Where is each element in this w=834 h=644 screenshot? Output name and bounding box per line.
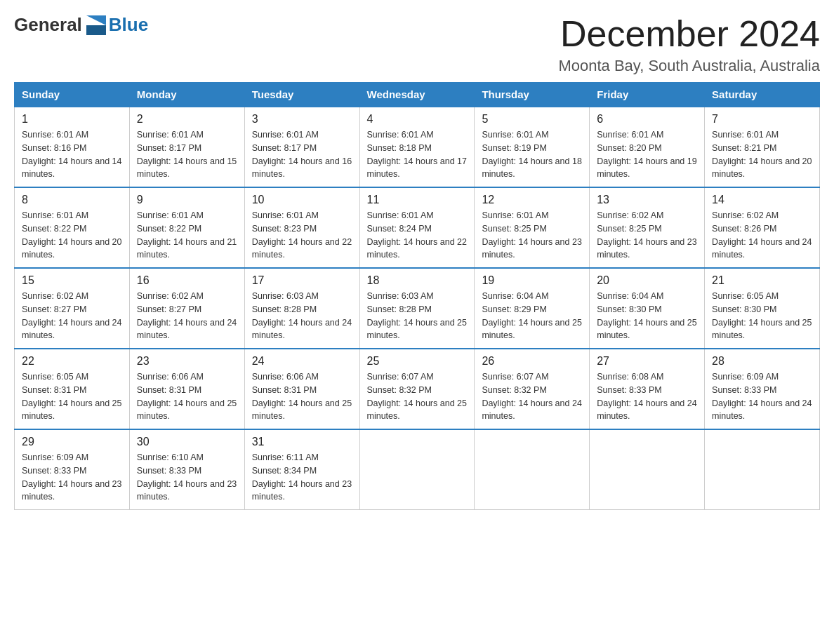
day-info: Sunrise: 6:01 AMSunset: 8:18 PMDaylight:… [367, 128, 468, 181]
day-number: 12 [482, 194, 582, 206]
calendar-cell [359, 429, 475, 510]
page-header: General Blue December 2024 Moonta Bay, S… [14, 14, 820, 75]
week-row-1: 1 Sunrise: 6:01 AMSunset: 8:16 PMDayligh… [15, 107, 820, 187]
title-block: December 2024 Moonta Bay, South Australi… [558, 14, 820, 75]
day-info: Sunrise: 6:01 AMSunset: 8:17 PMDaylight:… [252, 128, 352, 181]
month-title: December 2024 [558, 14, 820, 54]
day-info: Sunrise: 6:01 AMSunset: 8:17 PMDaylight:… [137, 128, 237, 181]
day-info: Sunrise: 6:02 AMSunset: 8:27 PMDaylight:… [137, 290, 237, 342]
logo-blue: Blue [109, 14, 148, 36]
day-info: Sunrise: 6:01 AMSunset: 8:23 PMDaylight:… [252, 209, 352, 262]
location-title: Moonta Bay, South Australia, Australia [558, 57, 820, 75]
day-info: Sunrise: 6:03 AMSunset: 8:28 PMDaylight:… [367, 290, 468, 342]
calendar-cell: 7 Sunrise: 6:01 AMSunset: 8:21 PMDayligh… [705, 107, 820, 187]
day-number: 2 [137, 113, 237, 126]
day-number: 6 [597, 113, 697, 126]
calendar-cell: 23 Sunrise: 6:06 AMSunset: 8:31 PMDaylig… [129, 349, 244, 429]
day-number: 5 [482, 113, 582, 126]
day-number: 1 [22, 113, 122, 126]
day-number: 24 [252, 355, 352, 368]
day-number: 20 [597, 274, 697, 287]
header-monday: Monday [129, 83, 244, 107]
day-number: 31 [252, 436, 352, 448]
header-row: SundayMondayTuesdayWednesdayThursdayFrid… [15, 83, 820, 107]
day-number: 30 [137, 436, 237, 448]
day-number: 3 [252, 113, 352, 126]
day-info: Sunrise: 6:09 AMSunset: 8:33 PMDaylight:… [22, 451, 122, 504]
day-info: Sunrise: 6:03 AMSunset: 8:28 PMDaylight:… [252, 290, 352, 342]
calendar-cell: 5 Sunrise: 6:01 AMSunset: 8:19 PMDayligh… [475, 107, 590, 187]
calendar-cell: 15 Sunrise: 6:02 AMSunset: 8:27 PMDaylig… [15, 268, 130, 349]
day-number: 8 [22, 194, 122, 206]
day-number: 16 [137, 274, 237, 287]
day-info: Sunrise: 6:02 AMSunset: 8:25 PMDaylight:… [597, 209, 697, 262]
day-info: Sunrise: 6:01 AMSunset: 8:22 PMDaylight:… [22, 209, 122, 262]
calendar-cell [705, 429, 820, 510]
logo-general: General [14, 14, 82, 36]
day-number: 14 [712, 194, 812, 206]
day-number: 18 [367, 274, 468, 287]
day-number: 15 [22, 274, 122, 287]
calendar-cell: 25 Sunrise: 6:07 AMSunset: 8:32 PMDaylig… [359, 349, 475, 429]
calendar-cell: 13 Sunrise: 6:02 AMSunset: 8:25 PMDaylig… [590, 187, 705, 268]
calendar-cell: 26 Sunrise: 6:07 AMSunset: 8:32 PMDaylig… [475, 349, 590, 429]
day-info: Sunrise: 6:01 AMSunset: 8:16 PMDaylight:… [22, 128, 122, 181]
calendar-cell: 22 Sunrise: 6:05 AMSunset: 8:31 PMDaylig… [15, 349, 130, 429]
day-info: Sunrise: 6:07 AMSunset: 8:32 PMDaylight:… [367, 370, 468, 423]
calendar-cell: 18 Sunrise: 6:03 AMSunset: 8:28 PMDaylig… [359, 268, 475, 349]
logo: General Blue [14, 14, 148, 36]
week-row-3: 15 Sunrise: 6:02 AMSunset: 8:27 PMDaylig… [15, 268, 820, 349]
week-row-2: 8 Sunrise: 6:01 AMSunset: 8:22 PMDayligh… [15, 187, 820, 268]
day-number: 22 [22, 355, 122, 368]
day-info: Sunrise: 6:07 AMSunset: 8:32 PMDaylight:… [482, 370, 582, 423]
calendar-cell: 11 Sunrise: 6:01 AMSunset: 8:24 PMDaylig… [359, 187, 475, 268]
day-number: 25 [367, 355, 468, 368]
day-info: Sunrise: 6:06 AMSunset: 8:31 PMDaylight:… [137, 370, 237, 423]
day-info: Sunrise: 6:01 AMSunset: 8:24 PMDaylight:… [367, 209, 468, 262]
week-row-4: 22 Sunrise: 6:05 AMSunset: 8:31 PMDaylig… [15, 349, 820, 429]
day-number: 4 [367, 113, 468, 126]
day-info: Sunrise: 6:06 AMSunset: 8:31 PMDaylight:… [252, 370, 352, 423]
calendar-cell: 14 Sunrise: 6:02 AMSunset: 8:26 PMDaylig… [705, 187, 820, 268]
day-info: Sunrise: 6:05 AMSunset: 8:30 PMDaylight:… [712, 290, 812, 342]
calendar-cell: 8 Sunrise: 6:01 AMSunset: 8:22 PMDayligh… [15, 187, 130, 268]
day-info: Sunrise: 6:11 AMSunset: 8:34 PMDaylight:… [252, 451, 352, 504]
week-row-5: 29 Sunrise: 6:09 AMSunset: 8:33 PMDaylig… [15, 429, 820, 510]
day-info: Sunrise: 6:02 AMSunset: 8:27 PMDaylight:… [22, 290, 122, 342]
day-info: Sunrise: 6:01 AMSunset: 8:20 PMDaylight:… [597, 128, 697, 181]
day-number: 19 [482, 274, 582, 287]
calendar-cell: 29 Sunrise: 6:09 AMSunset: 8:33 PMDaylig… [15, 429, 130, 510]
day-number: 28 [712, 355, 812, 368]
calendar-table: SundayMondayTuesdayWednesdayThursdayFrid… [14, 82, 820, 510]
day-number: 26 [482, 355, 582, 368]
day-info: Sunrise: 6:04 AMSunset: 8:30 PMDaylight:… [597, 290, 697, 342]
day-number: 27 [597, 355, 697, 368]
calendar-cell: 2 Sunrise: 6:01 AMSunset: 8:17 PMDayligh… [129, 107, 244, 187]
day-info: Sunrise: 6:01 AMSunset: 8:19 PMDaylight:… [482, 128, 582, 181]
header-thursday: Thursday [475, 83, 590, 107]
calendar-cell: 27 Sunrise: 6:08 AMSunset: 8:33 PMDaylig… [590, 349, 705, 429]
calendar-cell: 31 Sunrise: 6:11 AMSunset: 8:34 PMDaylig… [244, 429, 359, 510]
day-number: 10 [252, 194, 352, 206]
header-saturday: Saturday [705, 83, 820, 107]
header-friday: Friday [590, 83, 705, 107]
day-number: 21 [712, 274, 812, 287]
calendar-cell: 1 Sunrise: 6:01 AMSunset: 8:16 PMDayligh… [15, 107, 130, 187]
day-number: 17 [252, 274, 352, 287]
header-sunday: Sunday [15, 83, 130, 107]
calendar-cell: 4 Sunrise: 6:01 AMSunset: 8:18 PMDayligh… [359, 107, 475, 187]
calendar-cell: 9 Sunrise: 6:01 AMSunset: 8:22 PMDayligh… [129, 187, 244, 268]
svg-marker-0 [86, 15, 106, 25]
calendar-cell: 12 Sunrise: 6:01 AMSunset: 8:25 PMDaylig… [475, 187, 590, 268]
day-info: Sunrise: 6:01 AMSunset: 8:21 PMDaylight:… [712, 128, 812, 181]
calendar-cell: 17 Sunrise: 6:03 AMSunset: 8:28 PMDaylig… [244, 268, 359, 349]
calendar-cell: 30 Sunrise: 6:10 AMSunset: 8:33 PMDaylig… [129, 429, 244, 510]
header-tuesday: Tuesday [244, 83, 359, 107]
calendar-cell: 6 Sunrise: 6:01 AMSunset: 8:20 PMDayligh… [590, 107, 705, 187]
day-info: Sunrise: 6:01 AMSunset: 8:22 PMDaylight:… [137, 209, 237, 262]
calendar-cell: 3 Sunrise: 6:01 AMSunset: 8:17 PMDayligh… [244, 107, 359, 187]
calendar-cell: 28 Sunrise: 6:09 AMSunset: 8:33 PMDaylig… [705, 349, 820, 429]
calendar-cell [475, 429, 590, 510]
day-number: 23 [137, 355, 237, 368]
calendar-cell: 10 Sunrise: 6:01 AMSunset: 8:23 PMDaylig… [244, 187, 359, 268]
